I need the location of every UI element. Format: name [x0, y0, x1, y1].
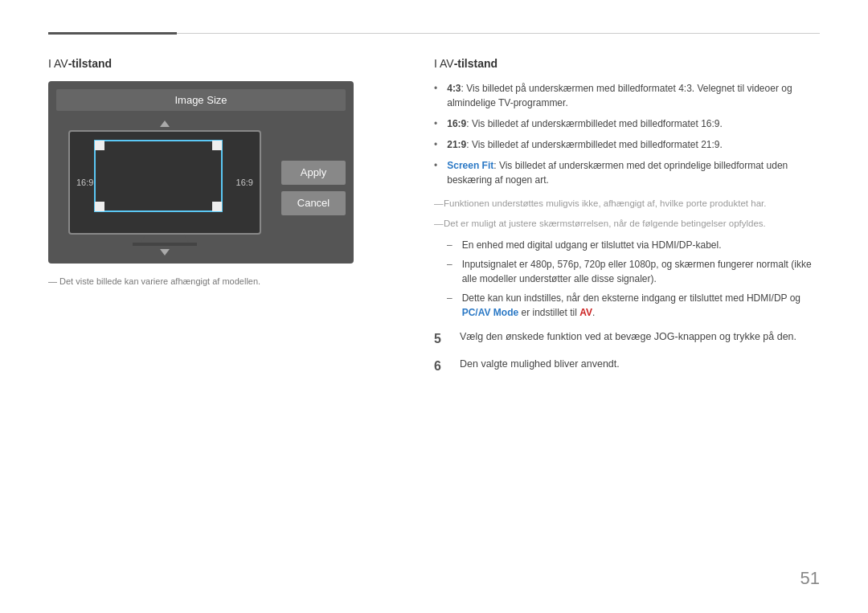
bullet-text-3: 21:9: Vis billedet af underskærmbilledet…	[447, 137, 723, 152]
bullet-list: 4:3: Vis billedet på underskærmen med bi…	[434, 81, 820, 187]
apply-button[interactable]: Apply	[281, 161, 346, 185]
step-5: 5 Vælg den ønskede funktion ved at bevæg…	[434, 329, 820, 349]
note-line-2: Det er muligt at justere skærmstørrelsen…	[434, 217, 820, 231]
label-right-169: 16:9	[236, 178, 253, 187]
dash-item-1: En enhed med digital udgang er tilslutte…	[447, 238, 820, 252]
left-heading-av: AV	[54, 57, 68, 70]
handle-tr	[212, 141, 222, 150]
image-size-box: Image Size	[48, 81, 354, 264]
bullet-item-3: 21:9: Vis billedet af underskærmbilledet…	[434, 137, 820, 152]
tv-area: 16:9 16:9	[56, 121, 273, 255]
bullet-text-1: 4:3: Vis billedet på underskærmen med bi…	[447, 81, 820, 110]
handle-bl	[95, 202, 104, 211]
image-size-content: 16:9 16:9 Apply Cancel	[56, 121, 346, 255]
left-heading-prefix: I	[48, 57, 54, 70]
right-heading-prefix: I	[434, 57, 440, 70]
rule-dark	[48, 32, 177, 35]
steps: 5 Vælg den ønskede funktion ved at bevæg…	[434, 329, 820, 376]
handle-br	[212, 202, 222, 211]
buttons-area: Apply Cancel	[281, 161, 346, 215]
step-6-text: Den valgte mulighed bliver anvendt.	[460, 357, 620, 376]
handle-tl	[95, 141, 104, 150]
left-note: ― Det viste billede kan variere afhængig…	[48, 276, 386, 286]
screen-selected	[94, 140, 223, 212]
right-heading: I AV-tilstand	[434, 57, 820, 70]
tv-stand	[141, 235, 189, 243]
tv-body: 16:9 16:9	[68, 130, 261, 235]
right-column: I AV-tilstand 4:3: Vis billedet på under…	[434, 57, 820, 384]
left-heading: I AV-tilstand	[48, 57, 386, 70]
image-size-title: Image Size	[56, 89, 346, 111]
page-container: I AV-tilstand Image Size	[0, 0, 868, 613]
top-rules	[48, 32, 820, 35]
bullet-item-2: 16:9: Vis billedet af underskærmbilledet…	[434, 116, 820, 131]
columns: I AV-tilstand Image Size	[48, 57, 820, 384]
page-number: 51	[800, 568, 820, 589]
left-note-text: Det viste billede kan variere afhængigt …	[59, 276, 260, 286]
left-heading-suffix: -tilstand	[68, 57, 112, 70]
arrow-down-icon	[160, 249, 170, 255]
step-6: 6 Den valgte mulighed bliver anvendt.	[434, 357, 820, 376]
tv-base	[133, 243, 197, 246]
dash-item-2: Inputsignalet er 480p, 576p, 720p eller …	[447, 257, 820, 286]
left-note-dash: ―	[48, 276, 59, 286]
bullet-item-1: 4:3: Vis billedet på underskærmen med bi…	[434, 81, 820, 110]
bullet-text-4: Screen Fit: Vis billedet af underskærmen…	[447, 158, 820, 187]
note-line-2-text: Det er muligt at justere skærmstørrelsen…	[444, 219, 766, 228]
right-heading-suffix: -tilstand	[454, 57, 497, 70]
cancel-button[interactable]: Cancel	[281, 191, 346, 215]
arrow-up-icon	[160, 121, 170, 127]
dash-list: En enhed med digital udgang er tilslutte…	[447, 238, 820, 320]
left-column: I AV-tilstand Image Size	[48, 57, 386, 384]
step-5-text: Vælg den ønskede funktion ved at bevæge …	[460, 329, 796, 349]
dash-text-1: En enhed med digital udgang er tilslutte…	[462, 238, 722, 252]
step-5-num: 5	[434, 329, 450, 349]
dash-text-2: Inputsignalet er 480p, 576p, 720p eller …	[462, 257, 820, 286]
dash-item-3: Dette kan kun indstilles, når den ekster…	[447, 291, 820, 320]
bullet-text-2: 16:9: Vis billedet af underskærmbilledet…	[447, 116, 723, 131]
dash-text-3: Dette kan kun indstilles, når den ekster…	[462, 291, 820, 320]
right-heading-av: AV	[440, 57, 454, 70]
bullet-item-4: Screen Fit: Vis billedet af underskærmen…	[434, 158, 820, 187]
rule-light	[177, 33, 820, 34]
note-line-1: Funktionen understøttes muligvis ikke, a…	[434, 197, 820, 210]
step-6-num: 6	[434, 357, 450, 376]
label-left-169: 16:9	[76, 178, 93, 187]
note-line-1-text: Funktionen understøttes muligvis ikke, a…	[444, 198, 766, 208]
